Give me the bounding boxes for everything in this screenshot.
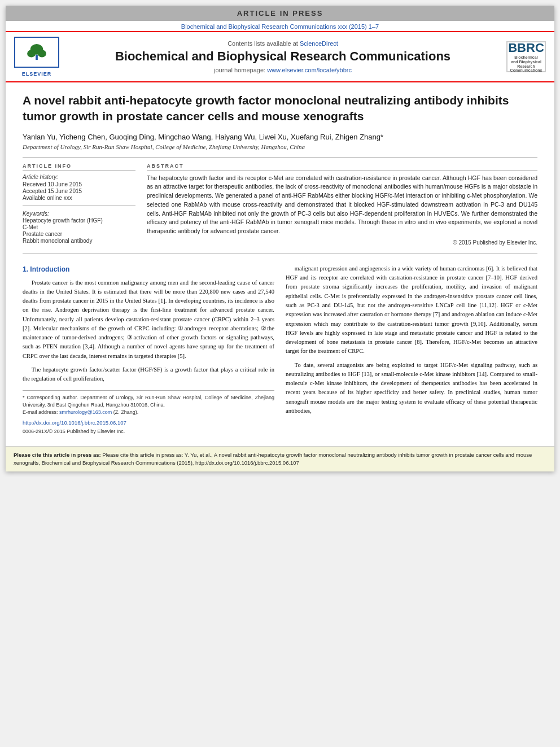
elsevier-logo-area: ELSEVIER (11, 37, 62, 77)
header-center: Contents lists available at ScienceDirec… (68, 40, 498, 73)
journal-title: Biochemical and Biophysical Research Com… (68, 49, 498, 64)
sciencedirect-line: Contents lists available at ScienceDirec… (68, 40, 498, 47)
divider-2 (23, 254, 537, 254)
main-content: A novel rabbit anti-hepatocyte growth fa… (6, 82, 554, 440)
intro-right-para2: To date, several antagonists are being e… (286, 361, 537, 416)
footnote-area: * Corresponding author. Department of Ur… (23, 390, 274, 435)
intro-left-para1: Prostate cancer is the most common malig… (23, 278, 274, 361)
intro-right-para1: malignant progression and angiogenesis i… (286, 264, 537, 356)
svg-rect-0 (36, 54, 38, 59)
info-divider (23, 206, 135, 206)
authors: Yanlan Yu, Yicheng Chen, Guoqing Ding, M… (23, 133, 537, 141)
doi-link[interactable]: http://dx.doi.org/10.1016/j.bbrc.2015.06… (23, 420, 126, 426)
journal-volume-text: Biochemical and Biophysical Research Com… (181, 23, 379, 30)
article-info-heading: ARTICLE INFO (23, 163, 135, 171)
keyword-2: C-Met (23, 224, 135, 230)
intro-title: Introduction (30, 265, 69, 273)
please-cite-label: Please cite this article in press as: (14, 452, 102, 458)
keyword-3: Prostate cancer (23, 231, 135, 237)
received-date: Received 10 June 2015 (23, 181, 135, 187)
contents-label: Contents lists available at (228, 40, 298, 47)
abstract-paragraph: The hepatocyte growth factor and its rec… (147, 174, 537, 236)
bbrc-subtitle: Biochemicaland BiophysicalResearchCommun… (510, 55, 542, 73)
svg-point-3 (38, 50, 46, 57)
intro-left-para2: The hepatocyte growth factor/scatter fac… (23, 365, 274, 384)
intro-left-col: 1. Introduction Prostate cancer is the m… (23, 264, 274, 435)
intro-two-col: 1. Introduction Prostate cancer is the m… (23, 264, 537, 435)
homepage-url[interactable]: www.elsevier.com/locate/ybbrc (267, 67, 352, 73)
keyword-4: Rabbit monoclonal antibody (23, 238, 135, 244)
issn-line: 0006-291X/© 2015 Published by Elsevier I… (23, 428, 274, 435)
article-title: A novel rabbit anti-hepatocyte growth fa… (23, 93, 537, 125)
article-info-column: ARTICLE INFO Article history: Received 1… (23, 163, 135, 246)
email-name: (Z. Zhang). (113, 409, 139, 415)
authors-text: Yanlan Yu, Yicheng Chen, Guoqing Ding, M… (23, 133, 383, 141)
bbrc-logo-box: BBRC Biochemicaland BiophysicalResearchC… (506, 41, 546, 72)
header-area: ELSEVIER Contents lists available at Sci… (6, 31, 554, 82)
banner-text: ARTICLE IN PRESS (237, 9, 323, 18)
abstract-heading: ABSTRACT (147, 163, 537, 171)
divider-1 (23, 157, 537, 158)
accepted-date: Accepted 15 June 2015 (23, 188, 135, 194)
history-label: Article history: (23, 174, 135, 180)
citation-bar: Please cite this article in press as: Pl… (6, 446, 554, 471)
article-info-abstract-section: ARTICLE INFO Article history: Received 1… (23, 163, 537, 246)
abstract-column: ABSTRACT The hepatocyte growth factor an… (147, 163, 537, 246)
keyword-1: Hepatocyte growth factor (HGF) (23, 217, 135, 224)
email-label: E-mail address: (23, 409, 59, 415)
introduction-section: 1. Introduction Prostate cancer is the m… (23, 264, 537, 435)
copyright-text: © 2015 Published by Elsevier Inc. (147, 239, 537, 246)
affiliation: Department of Urology, Sir Run-Run Shaw … (23, 143, 537, 150)
journal-info-line: Biochemical and Biophysical Research Com… (6, 21, 554, 31)
journal-homepage: journal homepage: www.elsevier.com/locat… (68, 67, 498, 73)
sciencedirect-link[interactable]: ScienceDirect (300, 40, 338, 47)
email-link[interactable]: smrhurology@163.com (59, 409, 112, 415)
intro-right-col: malignant progression and angiogenesis i… (286, 264, 537, 435)
elsevier-label: ELSEVIER (22, 71, 52, 77)
abstract-text: The hepatocyte growth factor and its rec… (147, 174, 537, 236)
article-in-press-banner: ARTICLE IN PRESS (6, 6, 554, 21)
bbrc-abbrev: BBRC (508, 41, 544, 55)
available-online: Available online xxx (23, 195, 135, 201)
elsevier-logo-box (14, 37, 59, 68)
corresponding-footnote: * Corresponding author. Department of Ur… (23, 394, 274, 408)
keywords-label: Keywords: (23, 211, 135, 217)
bbrc-logo-area: BBRC Biochemicaland BiophysicalResearchC… (504, 41, 549, 72)
doi-line: http://dx.doi.org/10.1016/j.bbrc.2015.06… (23, 419, 274, 426)
email-footnote: E-mail address: smrhurology@163.com (Z. … (23, 409, 274, 416)
svg-point-2 (27, 50, 36, 57)
intro-number: 1. (23, 265, 28, 273)
elsevier-tree-icon (25, 44, 48, 61)
homepage-label: journal homepage: (214, 67, 265, 73)
page: ARTICLE IN PRESS Biochemical and Biophys… (6, 6, 554, 471)
intro-section-title: 1. Introduction (23, 264, 274, 275)
